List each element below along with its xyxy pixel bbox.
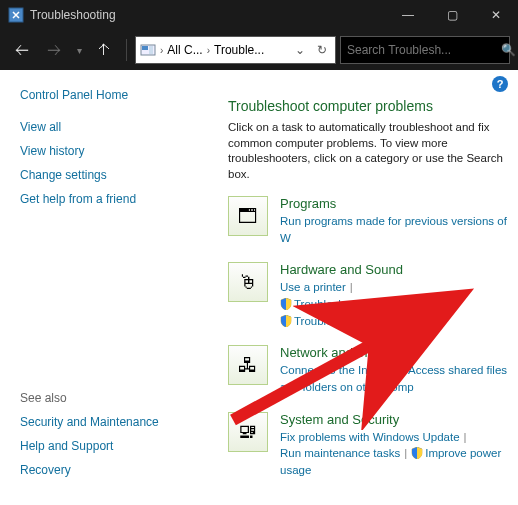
category-title[interactable]: Network and Internet bbox=[280, 345, 510, 360]
seealso-security-maintenance[interactable]: Security and Maintenance bbox=[20, 415, 210, 429]
seealso-help-support[interactable]: Help and Support bbox=[20, 439, 210, 453]
search-box[interactable]: 🔍 bbox=[340, 36, 510, 64]
refresh-button[interactable]: ↻ bbox=[313, 43, 331, 57]
sidebar-link-get-help[interactable]: Get help from a friend bbox=[20, 192, 210, 206]
page-intro: Click on a task to automatically trouble… bbox=[228, 120, 510, 182]
minimize-button[interactable]: — bbox=[386, 0, 430, 30]
sidebar-link-view-all[interactable]: View all bbox=[20, 120, 210, 134]
category-programs: 🗔ProgramsRun programs made for previous … bbox=[228, 196, 510, 246]
category-sublinks: Connect to the Internet|Access shared fi… bbox=[280, 362, 510, 395]
shield-icon bbox=[280, 315, 292, 327]
history-dropdown[interactable]: ▾ bbox=[72, 36, 86, 64]
category-sublinks: Use a printer|Troubleshoot audio recordi… bbox=[280, 279, 510, 329]
nav-separator bbox=[126, 39, 127, 61]
chevron-icon[interactable]: › bbox=[207, 45, 210, 56]
shield-icon bbox=[411, 447, 423, 459]
shield-icon bbox=[280, 298, 292, 310]
help-icon[interactable]: ? bbox=[492, 76, 508, 92]
control-panel-icon bbox=[140, 42, 156, 58]
address-segment-2[interactable]: Trouble... bbox=[214, 43, 264, 57]
category-sublinks: Fix problems with Windows Update|Run mai… bbox=[280, 429, 510, 479]
link-separator: | bbox=[447, 298, 450, 310]
navbar: 🡠 🡢 ▾ 🡡 › All C... › Trouble... ⌄ ↻ 🔍 bbox=[0, 30, 518, 70]
category-title[interactable]: Hardware and Sound bbox=[280, 262, 510, 277]
seealso-recovery[interactable]: Recovery bbox=[20, 463, 210, 477]
search-icon[interactable]: 🔍 bbox=[501, 43, 516, 57]
svg-rect-2 bbox=[142, 46, 148, 50]
app-icon bbox=[8, 7, 24, 23]
task-link[interactable]: Run maintenance tasks bbox=[280, 447, 400, 459]
address-dropdown-icon[interactable]: ⌄ bbox=[291, 43, 309, 57]
task-link[interactable]: Troubleshoot audio playback bbox=[294, 315, 441, 327]
category-system-and-security: 🖳System and SecurityFix problems with Wi… bbox=[228, 412, 510, 479]
category-sublinks: Run programs made for previous versions … bbox=[280, 213, 510, 246]
sidebar: Control Panel Home View all View history… bbox=[0, 70, 210, 505]
category-title[interactable]: System and Security bbox=[280, 412, 510, 427]
task-link[interactable]: Run programs made for previous versions … bbox=[280, 215, 507, 244]
page-heading: Troubleshoot computer problems bbox=[228, 98, 510, 114]
control-panel-home-link[interactable]: Control Panel Home bbox=[20, 88, 210, 102]
link-separator: | bbox=[350, 281, 353, 293]
titlebar: Troubleshooting — ▢ ✕ bbox=[0, 0, 518, 30]
content-area: Control Panel Home View all View history… bbox=[0, 70, 518, 505]
see-also-header: See also bbox=[20, 391, 210, 405]
forward-button[interactable]: 🡢 bbox=[40, 36, 68, 64]
link-separator: | bbox=[404, 447, 407, 459]
close-button[interactable]: ✕ bbox=[474, 0, 518, 30]
category-icon: 🖳 bbox=[228, 412, 268, 452]
sidebar-link-change-settings[interactable]: Change settings bbox=[20, 168, 210, 182]
category-icon: 🖰 bbox=[228, 262, 268, 302]
link-separator: | bbox=[401, 364, 404, 376]
link-separator: | bbox=[464, 431, 467, 443]
task-link[interactable]: Use a printer bbox=[280, 281, 346, 293]
svg-rect-3 bbox=[149, 46, 153, 54]
main-panel: ? Troubleshoot computer problems Click o… bbox=[210, 70, 518, 505]
window-title: Troubleshooting bbox=[30, 8, 386, 22]
back-button[interactable]: 🡠 bbox=[8, 36, 36, 64]
address-segment-1[interactable]: All C... bbox=[167, 43, 202, 57]
category-icon: 🖧 bbox=[228, 345, 268, 385]
up-button[interactable]: 🡡 bbox=[90, 36, 118, 64]
category-network-and-internet: 🖧Network and InternetConnect to the Inte… bbox=[228, 345, 510, 395]
sidebar-link-view-history[interactable]: View history bbox=[20, 144, 210, 158]
task-link[interactable]: Fix problems with Windows Update bbox=[280, 431, 460, 443]
search-input[interactable] bbox=[347, 43, 497, 57]
category-title[interactable]: Programs bbox=[280, 196, 510, 211]
maximize-button[interactable]: ▢ bbox=[430, 0, 474, 30]
chevron-icon[interactable]: › bbox=[160, 45, 163, 56]
address-bar[interactable]: › All C... › Trouble... ⌄ ↻ bbox=[135, 36, 336, 64]
category-icon: 🗔 bbox=[228, 196, 268, 236]
task-link[interactable]: Connect to the Internet bbox=[280, 364, 397, 376]
category-hardware-and-sound: 🖰Hardware and SoundUse a printer|Trouble… bbox=[228, 262, 510, 329]
task-link[interactable]: Troubleshoot audio recording bbox=[294, 298, 443, 310]
